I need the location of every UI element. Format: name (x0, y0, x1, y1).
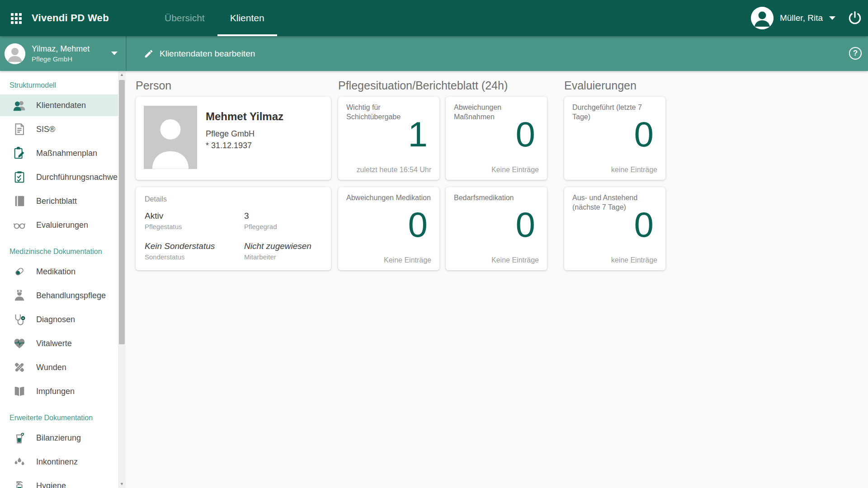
incontinence-drops-icon (13, 455, 26, 469)
detail-label: Mitarbeiter (244, 253, 331, 261)
sidebar-item-hygiene[interactable]: Hygiene (0, 475, 118, 488)
report-book-icon (13, 194, 26, 208)
client-full-name: Mehmet Yilmaz (206, 110, 283, 123)
detail-field-mitarbeiter: Nicht zugewiesen Mitarbeiter (244, 241, 331, 261)
client-organisation: Pflege GmbH (206, 129, 255, 139)
client-context-bar: Yilmaz, Mehmet Pflege GmbH Klientendaten… (0, 36, 868, 71)
detail-value: Nicht zugewiesen (244, 241, 331, 251)
help-button[interactable]: ? (849, 47, 862, 60)
scroll-down-arrow-icon[interactable]: ▼ (118, 480, 126, 488)
details-card-title: Details (145, 195, 331, 203)
tab-uebersicht[interactable]: Übersicht (152, 0, 217, 36)
execution-clipboard-check-icon (13, 170, 26, 184)
fluid-balance-glass-icon (13, 431, 26, 445)
apps-grid-button[interactable] (11, 13, 23, 24)
user-name: Müller, Rita (780, 13, 823, 23)
diagnosis-stethoscope-icon (13, 313, 26, 326)
evaluation-glasses-icon (13, 218, 26, 232)
client-texts: Yilmaz, Mehmet Pflege GmbH (32, 44, 90, 63)
sidebar-item-label: Bilanzierung (36, 433, 81, 443)
sidebar-item-diagnosen[interactable]: Diagnosen (0, 309, 118, 330)
stat-card-durchgefuehrt-letzte-7-tage[interactable]: Durchgeführt (letzte 7 Tage) 0 keine Ein… (564, 97, 665, 180)
stat-card-wichtig-fuer-schichtuebergabe[interactable]: Wichtig für Schichtübergabe 1 zuletzt he… (338, 97, 439, 180)
main-content: Person Pflegesituation/Berichteblatt (24… (126, 71, 868, 488)
stat-card-caption: keine Einträge (611, 166, 657, 174)
top-app-bar: Vivendi PD Web Übersicht Klienten Müller… (0, 0, 868, 36)
detail-label: Sonderstatus (145, 253, 244, 261)
main-tabs: Übersicht Klienten (152, 0, 277, 36)
client-photo-placeholder (144, 106, 197, 169)
stat-card-caption: Keine Einträge (384, 256, 431, 264)
sidebar-scrollbar[interactable]: ▲ ▼ (118, 71, 126, 488)
detail-value: Kein Sonderstatus (145, 241, 244, 251)
sidebar-item-impfungen[interactable]: Impfungen (0, 380, 118, 402)
details-grid: Aktiv Pflegestatus 3 Pflegegrad Kein Son… (145, 211, 331, 261)
sidebar-item-label: Berichtblatt (36, 197, 77, 206)
subbar-divider (126, 36, 127, 71)
detail-field-pflegestatus: Aktiv Pflegestatus (145, 211, 244, 230)
stat-card-label: Abweichungen Medikation (346, 193, 434, 203)
sidebar-item-label: Medikation (36, 267, 75, 277)
user-menu[interactable]: Müller, Rita (751, 7, 835, 29)
logout-power-button[interactable] (847, 10, 863, 26)
vivendi-app-window: Vivendi PD Web Übersicht Klienten Müller… (0, 0, 868, 488)
sidebar-item-label: Klientendaten (36, 101, 86, 110)
user-avatar-icon (751, 7, 774, 29)
stat-card-value: 0 (516, 117, 535, 152)
stat-card-value: 0 (408, 207, 428, 242)
stat-card-value: 0 (634, 207, 654, 242)
sidebar-item-inkontinenz[interactable]: Inkontinenz (0, 451, 118, 473)
sidebar-item-vitalwerte[interactable]: Vitalwerte (0, 333, 118, 354)
stat-card-caption: Keine Einträge (491, 256, 539, 264)
sidebar-item-bilanzierung[interactable]: Bilanzierung (0, 427, 118, 449)
detail-label: Pflegestatus (145, 223, 244, 230)
stat-card-label: Bedarfsmedikation (454, 193, 542, 203)
sidebar-item-label: Impfungen (36, 387, 75, 396)
stat-card-value: 0 (634, 117, 654, 152)
stat-card-value: 1 (408, 117, 428, 152)
treatment-nurse-icon (13, 289, 26, 302)
sidebar-item-label: SIS® (36, 125, 55, 134)
stat-card-abweichungen-massnahmen[interactable]: Abweichungen Maßnahmen 0 Keine Einträge (446, 97, 547, 180)
sidebar-item-evaluierungen[interactable]: Evaluierungen (0, 214, 118, 236)
medication-pill-icon (13, 265, 26, 278)
sidebar-item-behandlungspflege[interactable]: Behandlungspflege (0, 285, 118, 306)
vaccination-book-icon (13, 385, 26, 398)
sidebar-item-label: Vitalwerte (36, 339, 72, 348)
client-avatar-icon (5, 43, 25, 64)
sidebar-item-durchfuehrungsnachweis[interactable]: Durchführungsnachweis (0, 166, 118, 188)
detail-field-sonderstatus: Kein Sonderstatus Sonderstatus (145, 241, 244, 261)
wounds-bandage-icon (13, 361, 26, 374)
sidebar-item-label: Wunden (36, 363, 66, 372)
edit-client-button[interactable]: Klientendaten bearbeiten (144, 36, 255, 71)
sidebar-item-label: Behandlungspflege (36, 291, 106, 300)
eval-column-heading: Evaluierungen (564, 79, 637, 92)
vitals-heart-pulse-icon (13, 337, 26, 350)
person-card: Mehmet Yilmaz Pflege GmbH * 31.12.1937 (136, 97, 331, 180)
detail-label: Pflegegrad (244, 223, 331, 230)
sidebar-item-wunden[interactable]: Wunden (0, 357, 118, 378)
sidebar-item-label: Hygiene (36, 481, 66, 488)
hygiene-soap-icon (13, 479, 26, 488)
sidebar-item-klientendaten[interactable]: Klientendaten (0, 94, 118, 116)
tab-klienten[interactable]: Klienten (217, 0, 277, 36)
sidebar-item-label: Evaluierungen (36, 221, 88, 230)
stat-card-abweichungen-medikation[interactable]: Abweichungen Medikation 0 Keine Einträge (338, 187, 439, 270)
topbar-right: Müller, Rita (751, 0, 863, 36)
stat-card-aus-und-anstehend-naechste-7-tage[interactable]: Aus- und Anstehend (nächste 7 Tage) 0 ke… (564, 187, 665, 270)
app-title: Vivendi PD Web (32, 0, 109, 36)
person-column-heading: Person (136, 79, 171, 92)
sidebar-item-massnahmenplan[interactable]: Maßnahmenplan (0, 142, 118, 164)
stat-card-bedarfsmedikation[interactable]: Bedarfsmedikation 0 Keine Einträge (446, 187, 547, 270)
scroll-up-arrow-icon[interactable]: ▲ (118, 71, 126, 79)
sidebar-item-medikation[interactable]: Medikation (0, 261, 118, 282)
sidebar-item-berichtblatt[interactable]: Berichtblatt (0, 190, 118, 212)
care-column-heading: Pflegesituation/Berichteblatt (24h) (338, 79, 508, 92)
careplan-clipboard-pencil-icon (13, 146, 26, 160)
sidebar-item-label: Inkontinenz (36, 457, 78, 467)
stat-card-caption: keine Einträge (611, 256, 657, 264)
sidebar-item-sis[interactable]: SIS® (0, 118, 118, 140)
sidebar-scrollbar-thumb[interactable] (119, 80, 125, 344)
client-selector[interactable]: Yilmaz, Mehmet Pflege GmbH (0, 36, 126, 71)
sidebar-section-medizinische-dokumentation: Medizinische Dokumentation (0, 246, 126, 257)
